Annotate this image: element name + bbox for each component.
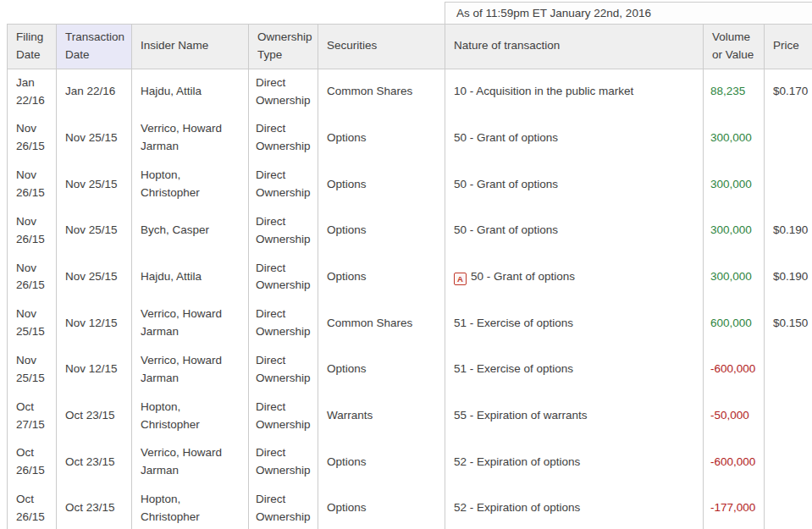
cell-securities: Common Shares	[318, 300, 445, 347]
cell-insider-name: Bych, Casper	[132, 207, 249, 254]
cell-price	[765, 346, 812, 393]
cell-nature: 51 - Exercise of options	[445, 346, 704, 393]
table-header: Filing Date Transaction Date Insider Nam…	[8, 25, 812, 69]
cell-price	[765, 486, 812, 529]
cell-insider-name: Verrico, Howard Jarman	[132, 115, 249, 162]
cell-nature: 52 - Expiration of options	[445, 486, 704, 529]
column-header-filing-date[interactable]: Filing Date	[8, 25, 57, 69]
cell-transaction-date: Jan 22/16	[57, 69, 132, 115]
cell-ownership-type: Direct Ownership	[249, 207, 318, 254]
cell-price: $0.170	[765, 69, 812, 115]
cell-price: $0.190	[765, 254, 812, 300]
column-header-securities[interactable]: Securities	[318, 25, 445, 69]
column-header-price[interactable]: Price	[765, 25, 812, 69]
cell-nature: A50 - Grant of options	[445, 254, 704, 300]
cell-volume: 600,000	[704, 300, 765, 347]
cell-ownership-type: Direct Ownership	[249, 486, 318, 529]
cell-transaction-date: Nov 25/15	[57, 207, 132, 254]
cell-price: $0.150	[765, 300, 812, 347]
nature-text: 52 - Expiration of options	[454, 455, 580, 468]
cell-insider-name: Verrico, Howard Jarman	[132, 300, 249, 347]
cell-price	[765, 393, 812, 439]
cell-insider-name: Hopton, Christopher	[132, 162, 249, 208]
cell-insider-name: Hajdu, Attila	[132, 69, 249, 115]
cell-ownership-type: Direct Ownership	[249, 254, 318, 300]
cell-securities: Options	[318, 486, 445, 529]
cell-insider-name: Hajdu, Attila	[132, 254, 249, 300]
cell-securities: Options	[318, 207, 445, 254]
cell-filing-date: Oct 27/15	[8, 393, 57, 439]
cell-insider-name: Verrico, Howard Jarman	[132, 346, 249, 393]
cell-filing-date: Nov 26/15	[8, 254, 57, 300]
table-row: Jan 22/16 Jan 22/16 Hajdu, Attila Direct…	[8, 69, 812, 115]
cell-ownership-type: Direct Ownership	[249, 69, 318, 115]
cell-filing-date: Nov 26/15	[8, 207, 57, 254]
cell-transaction-date: Nov 12/15	[57, 346, 132, 393]
cell-insider-name: Hopton, Christopher	[132, 393, 249, 439]
cell-securities: Options	[318, 115, 445, 162]
cell-volume: 300,000	[704, 115, 765, 162]
cell-volume: 300,000	[704, 162, 765, 208]
column-header-nature[interactable]: Nature of transaction	[445, 25, 704, 69]
cell-nature: 50 - Grant of options	[445, 207, 704, 254]
cell-transaction-date: Oct 23/15	[57, 486, 132, 529]
cell-securities: Common Shares	[318, 69, 445, 115]
table-body: Jan 22/16 Jan 22/16 Hajdu, Attila Direct…	[8, 69, 812, 529]
nature-text: 50 - Grant of options	[454, 178, 558, 190]
cell-ownership-type: Direct Ownership	[249, 439, 318, 486]
cell-filing-date: Jan 22/16	[8, 69, 57, 115]
cell-securities: Options	[318, 162, 445, 208]
column-header-insider-name[interactable]: Insider Name	[132, 25, 249, 69]
cell-ownership-type: Direct Ownership	[249, 115, 318, 162]
cell-volume: -177,000	[704, 486, 765, 529]
cell-transaction-date: Nov 25/15	[57, 162, 132, 208]
nature-text: 51 - Exercise of options	[454, 362, 573, 375]
cell-transaction-date: Oct 23/15	[57, 439, 132, 486]
cell-ownership-type: Direct Ownership	[249, 300, 318, 347]
table-row: Nov 26/15 Nov 25/15 Verrico, Howard Jarm…	[8, 115, 812, 162]
insider-transactions-table: Filing Date Transaction Date Insider Nam…	[7, 24, 812, 529]
cell-ownership-type: Direct Ownership	[249, 162, 318, 208]
column-header-ownership-type[interactable]: Ownership Type	[249, 25, 318, 69]
cell-price	[765, 439, 812, 486]
cell-securities: Options	[318, 439, 445, 486]
cell-nature: 50 - Grant of options	[445, 115, 704, 162]
cell-volume: -600,000	[704, 346, 765, 393]
as-of-banner: As of 11:59pm ET January 22nd, 2016	[445, 2, 812, 24]
amended-filing-icon[interactable]: A	[454, 273, 467, 285]
nature-text: 55 - Expiration of warrants	[454, 409, 588, 422]
cell-nature: 50 - Grant of options	[445, 162, 704, 208]
table-row: Oct 27/15 Oct 23/15 Hopton, Christopher …	[8, 393, 812, 439]
cell-nature: 51 - Exercise of options	[445, 300, 704, 347]
cell-insider-name: Verrico, Howard Jarman	[132, 439, 249, 486]
table-row: Nov 26/15 Nov 25/15 Hopton, Christopher …	[8, 162, 812, 208]
cell-filing-date: Nov 25/15	[8, 300, 57, 347]
table-row: Nov 25/15 Nov 12/15 Verrico, Howard Jarm…	[8, 346, 812, 393]
cell-filing-date: Nov 26/15	[8, 115, 57, 162]
column-header-transaction-date[interactable]: Transaction Date	[57, 25, 132, 69]
cell-filing-date: Oct 26/15	[8, 486, 57, 529]
nature-text: 10 - Acquisition in the public market	[454, 85, 633, 97]
cell-price	[765, 162, 812, 208]
insider-transactions-page: As of 11:59pm ET January 22nd, 2016 Fili…	[0, 0, 812, 529]
cell-ownership-type: Direct Ownership	[249, 393, 318, 439]
table-row: Nov 26/15 Nov 25/15 Bych, Casper Direct …	[8, 207, 812, 254]
column-header-volume[interactable]: Volume or Value	[704, 25, 765, 69]
table-row: Oct 26/15 Oct 23/15 Verrico, Howard Jarm…	[8, 439, 812, 486]
cell-filing-date: Oct 26/15	[8, 439, 57, 486]
cell-transaction-date: Nov 12/15	[57, 300, 132, 347]
cell-volume: 300,000	[704, 254, 765, 300]
cell-filing-date: Nov 25/15	[8, 346, 57, 393]
nature-text: 50 - Grant of options	[471, 270, 575, 283]
cell-nature: 55 - Expiration of warrants	[445, 393, 704, 439]
table-row: Nov 25/15 Nov 12/15 Verrico, Howard Jarm…	[8, 300, 812, 347]
cell-securities: Warrants	[318, 393, 445, 439]
cell-nature: 10 - Acquisition in the public market	[445, 69, 704, 115]
nature-text: 50 - Grant of options	[454, 131, 558, 144]
table-row: Nov 26/15 Nov 25/15 Hajdu, Attila Direct…	[8, 254, 812, 300]
cell-transaction-date: Oct 23/15	[57, 393, 132, 439]
cell-volume: 88,235	[704, 69, 765, 115]
nature-text: 51 - Exercise of options	[454, 317, 573, 329]
cell-ownership-type: Direct Ownership	[249, 346, 318, 393]
cell-insider-name: Hopton, Christopher	[132, 486, 249, 529]
